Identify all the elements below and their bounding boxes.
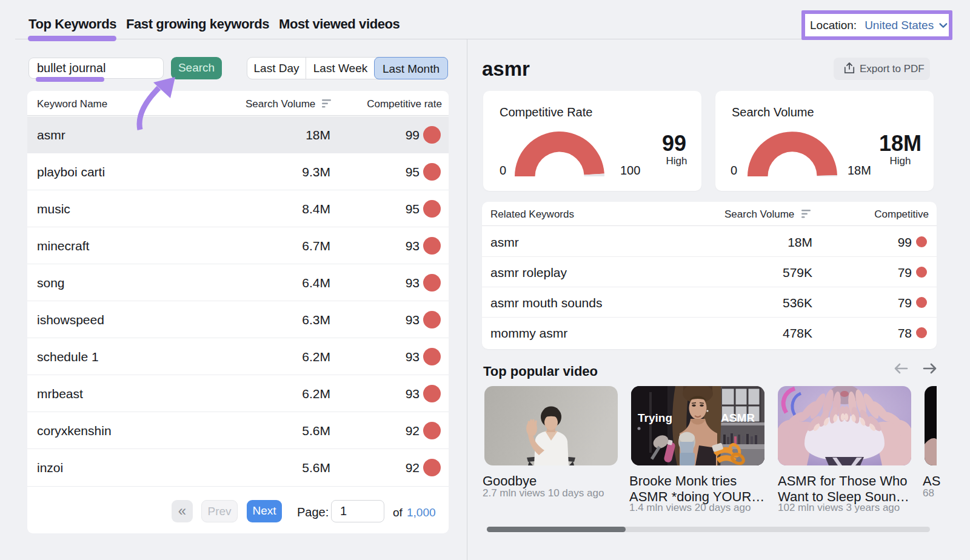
- svg-text:ASMR: ASMR: [721, 412, 755, 424]
- svg-text:Trying: Trying: [638, 412, 672, 424]
